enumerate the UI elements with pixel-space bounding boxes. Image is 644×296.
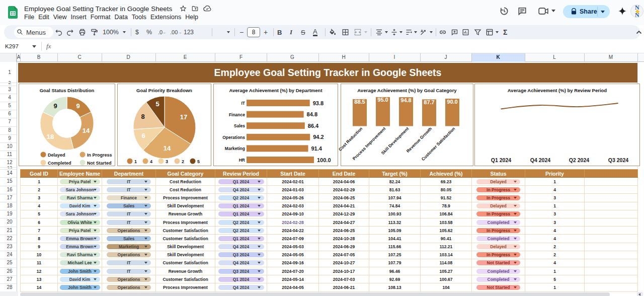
svg-text:Marketing: Marketing [225, 146, 245, 151]
svg-text:91.4: 91.4 [311, 145, 323, 152]
svg-text:Q3 2024: Q3 2024 [608, 157, 628, 163]
svg-text:93.8: 93.8 [313, 100, 324, 106]
svg-text:Operations: Operations [222, 135, 245, 140]
svg-text:3: 3 [166, 159, 168, 164]
svg-text:HR: HR [239, 158, 245, 163]
svg-text:Completed: Completed [48, 161, 71, 166]
svg-text:Finance: Finance [229, 112, 245, 117]
svg-text:In Progress: In Progress [87, 153, 112, 158]
svg-text:Q4 2024: Q4 2024 [530, 157, 550, 163]
svg-text:Sales: Sales [234, 123, 245, 128]
svg-text:Q1 2024: Q1 2024 [491, 157, 511, 163]
svg-text:95.0: 95.0 [377, 97, 388, 103]
svg-text:2: 2 [182, 159, 184, 164]
svg-text:9: 9 [53, 102, 57, 110]
svg-text:94.2: 94.2 [313, 134, 324, 140]
svg-text:100.0: 100.0 [317, 157, 331, 163]
svg-text:90.0: 90.0 [447, 99, 457, 105]
svg-text:5: 5 [155, 100, 159, 108]
svg-text:Cost Reduction: Cost Reduction [338, 126, 363, 152]
svg-text:9: 9 [76, 102, 79, 110]
svg-text:Delayed: Delayed [48, 153, 65, 158]
svg-text:84.8: 84.8 [307, 111, 317, 117]
svg-text:94.8: 94.8 [400, 97, 411, 103]
svg-text:88.5: 88.5 [354, 99, 365, 105]
svg-text:Not Started: Not Started [87, 161, 112, 166]
svg-text:86.4: 86.4 [308, 123, 319, 129]
svg-text:IT: IT [241, 101, 245, 106]
svg-text:17: 17 [180, 113, 187, 121]
svg-text:1: 1 [134, 159, 137, 164]
svg-text:4: 4 [150, 159, 152, 164]
svg-text:5: 5 [197, 159, 200, 164]
svg-text:A: A [421, 29, 423, 33]
svg-text:Q2 2024: Q2 2024 [569, 157, 589, 163]
svg-text:6: 6 [141, 132, 145, 139]
svg-text:14: 14 [164, 144, 171, 152]
svg-text:14: 14 [83, 127, 90, 134]
svg-text:18: 18 [47, 133, 54, 140]
svg-text:87.7: 87.7 [424, 99, 434, 105]
svg-text:8: 8 [141, 113, 144, 120]
